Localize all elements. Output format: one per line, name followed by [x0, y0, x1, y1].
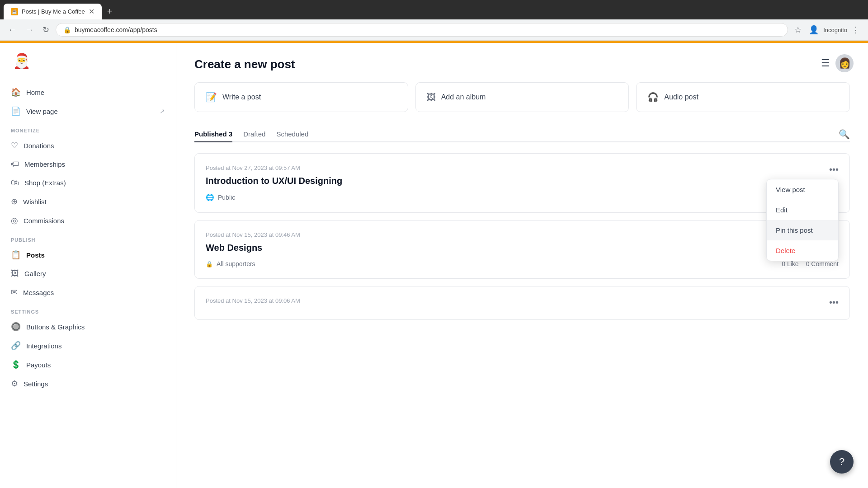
- browser-toolbar: ← → ↻ 🔒 buymeacoffee.com/app/posts ☆ 👤 I…: [0, 19, 868, 41]
- pin-post-label: Pin this post: [776, 226, 813, 234]
- post-1-meta: Posted at Nov 27, 2023 at 09:57 AM: [206, 164, 839, 171]
- external-link-icon: ↗: [160, 108, 165, 115]
- commissions-icon: ◎: [11, 216, 18, 225]
- logo-icon: 🎅: [11, 50, 33, 72]
- sidebar-item-commissions[interactable]: ◎ Commissions: [0, 211, 176, 230]
- post-2-visibility: All supporters: [217, 260, 255, 267]
- sidebar-item-payouts[interactable]: 💲 Payouts: [0, 355, 176, 374]
- settings-section-label: SETTINGS: [0, 302, 176, 317]
- lock-icon: 🔒: [206, 261, 213, 267]
- post-3-menu-button[interactable]: •••: [829, 297, 839, 308]
- home-icon: 🏠: [11, 87, 21, 97]
- tab-published[interactable]: Published 3: [194, 127, 232, 142]
- donations-icon: ♡: [11, 141, 18, 150]
- post-2-comments: 0 Comment: [806, 260, 839, 267]
- sidebar-label-donations: Donations: [24, 142, 54, 150]
- view-post-label: View post: [776, 186, 805, 193]
- wishlist-icon: ⊕: [11, 197, 18, 206]
- bookmark-button[interactable]: ☆: [792, 23, 804, 37]
- view-page-icon: 📄: [11, 106, 21, 116]
- active-tab[interactable]: ☕ Posts | Buy Me a Coffee ✕: [4, 4, 102, 19]
- settings-icon: ⚙: [11, 379, 18, 389]
- dropdown-delete[interactable]: Delete: [767, 240, 838, 261]
- create-post-title: Create a new post: [194, 57, 850, 71]
- sidebar-item-settings[interactable]: ⚙ Settings: [0, 374, 176, 393]
- post-2-title: Web Designs: [206, 243, 839, 253]
- sidebar-label-gallery: Gallery: [24, 270, 46, 277]
- integrations-icon: 🔗: [11, 341, 21, 351]
- sidebar-item-messages[interactable]: ✉ Messages: [0, 283, 176, 302]
- sidebar-item-home[interactable]: 🏠 Home: [0, 83, 176, 102]
- more-button[interactable]: ⋮: [849, 23, 863, 37]
- sidebar-label-memberships: Memberships: [24, 160, 65, 168]
- post-3-meta: Posted at Nov 15, 2023 at 09:06 AM: [206, 297, 839, 304]
- help-button[interactable]: ?: [830, 450, 854, 474]
- post-2-footer: 🔒 All supporters 0 Like 0 Comment: [206, 260, 839, 267]
- address-bar[interactable]: 🔒 buymeacoffee.com/app/posts: [56, 23, 788, 37]
- sidebar-item-wishlist[interactable]: ⊕ Wishlist: [0, 192, 176, 211]
- sidebar-item-memberships[interactable]: 🏷 Memberships: [0, 155, 176, 174]
- sidebar-label-payouts: Payouts: [26, 361, 51, 369]
- search-icon[interactable]: 🔍: [839, 129, 850, 140]
- main-content: ☰ 👩 Create a new post 📝 Write a post 🖼 A…: [176, 43, 868, 488]
- forward-button[interactable]: →: [23, 23, 36, 37]
- add-album-icon: 🖼: [427, 92, 436, 103]
- post-2-likes: 0 Like: [782, 260, 798, 267]
- tab-drafted[interactable]: Drafted: [243, 127, 265, 142]
- add-album-card[interactable]: 🖼 Add an album: [415, 82, 629, 112]
- write-post-card[interactable]: 📝 Write a post: [194, 82, 408, 112]
- tab-scheduled[interactable]: Scheduled: [276, 127, 308, 142]
- browser-tabs: ☕ Posts | Buy Me a Coffee ✕ +: [0, 0, 868, 19]
- top-right-controls: ☰ 👩: [821, 54, 854, 72]
- post-1-menu-button[interactable]: •••: [829, 164, 839, 175]
- messages-icon: ✉: [11, 287, 18, 297]
- user-avatar[interactable]: 👩: [835, 54, 854, 72]
- sidebar-item-donations[interactable]: ♡ Donations: [0, 136, 176, 155]
- sidebar-item-gallery[interactable]: 🖼 Gallery: [0, 264, 176, 283]
- dropdown-view-post[interactable]: View post: [767, 179, 838, 200]
- tab-scheduled-label: Scheduled: [276, 130, 308, 138]
- sidebar-label-integrations: Integrations: [26, 342, 61, 350]
- dropdown-edit[interactable]: Edit: [767, 200, 838, 220]
- sidebar-item-view-page[interactable]: 📄 View page ↗: [0, 102, 176, 121]
- close-tab-button[interactable]: ✕: [89, 7, 94, 16]
- sidebar-label-home: Home: [26, 89, 44, 96]
- sidebar-label-posts: Posts: [26, 251, 45, 259]
- sidebar-item-buttons-graphics[interactable]: 🔘 Buttons & Graphics: [0, 317, 176, 336]
- sidebar-label-buttons-graphics: Buttons & Graphics: [26, 323, 85, 331]
- dropdown-pin-post[interactable]: Pin this post: [767, 220, 838, 240]
- address-text: buymeacoffee.com/app/posts: [75, 26, 157, 33]
- new-tab-button[interactable]: +: [104, 5, 116, 19]
- browser-chrome: ☕ Posts | Buy Me a Coffee ✕ + ← → ↻ 🔒 bu…: [0, 0, 868, 41]
- sidebar-item-posts[interactable]: 📋 Posts: [0, 245, 176, 264]
- write-post-label: Write a post: [222, 93, 261, 101]
- sidebar-item-integrations[interactable]: 🔗 Integrations: [0, 336, 176, 355]
- sidebar-label-view-page: View page: [26, 108, 58, 115]
- logo-emoji: 🎅: [13, 52, 31, 70]
- reload-button[interactable]: ↻: [40, 23, 52, 37]
- incognito-label: Incognito: [823, 27, 847, 33]
- sidebar-label-settings: Settings: [24, 380, 48, 388]
- publish-section-label: PUBLISH: [0, 230, 176, 245]
- sidebar-item-shop[interactable]: 🛍 Shop (Extras): [0, 174, 176, 192]
- sidebar-label-wishlist: Wishlist: [23, 198, 47, 206]
- monetize-section-label: MONETIZE: [0, 121, 176, 136]
- tab-published-label: Published 3: [194, 130, 232, 138]
- memberships-icon: 🏷: [11, 160, 19, 169]
- audio-post-card[interactable]: 🎧 Audio post: [636, 82, 850, 112]
- audio-post-icon: 🎧: [647, 92, 659, 103]
- post-1-title: Introduction to UX/UI Designing: [206, 176, 839, 186]
- profile-button[interactable]: 👤: [806, 23, 821, 37]
- sidebar-logo: 🎅: [0, 50, 176, 83]
- sidebar: 🎅 🏠 Home 📄 View page ↗ MONETIZE ♡ Donati…: [0, 43, 176, 488]
- back-button[interactable]: ←: [5, 23, 19, 37]
- post-1-visibility: Public: [218, 194, 235, 201]
- post-2-stats: 0 Like 0 Comment: [782, 260, 839, 267]
- hamburger-menu-button[interactable]: ☰: [821, 57, 830, 69]
- write-post-icon: 📝: [206, 92, 217, 103]
- posts-icon: 📋: [11, 250, 21, 260]
- tab-favicon: ☕: [11, 8, 18, 15]
- help-label: ?: [839, 456, 844, 468]
- sidebar-label-messages: Messages: [23, 289, 54, 296]
- shop-icon: 🛍: [11, 178, 19, 188]
